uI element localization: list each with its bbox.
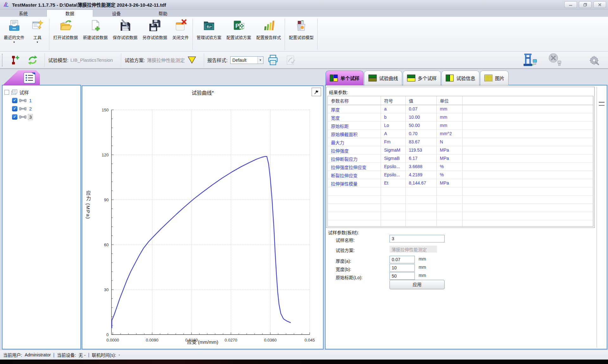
tab-single-specimen-icon	[330, 74, 338, 82]
toolbar-button-open-data[interactable]: 打开试验数据	[51, 18, 80, 51]
menu-item-2[interactable]: 数据	[47, 9, 93, 17]
tree-root-row[interactable]: 试样	[4, 88, 79, 96]
results-frame: 结果参数: 参数名称符号值单位厚度a0.07mm宽度b10.00mm原始标距Lo…	[326, 87, 595, 228]
toolbar-button-close-file[interactable]: 关闭文件	[170, 18, 191, 51]
collapsed-side-strip[interactable]	[597, 87, 606, 348]
toolbar-button-label: 配置试验方案	[226, 34, 251, 40]
model-config-icon	[295, 19, 307, 32]
machine-status-icon[interactable]	[522, 54, 538, 66]
svg-text:90: 90	[104, 198, 109, 202]
param-label: 原始标距(Lo):	[336, 274, 363, 280]
report-check-icon[interactable]	[284, 54, 297, 66]
param-input-3[interactable]	[390, 272, 415, 280]
specimen-checkbox[interactable]: ✓	[12, 98, 17, 103]
column-header[interactable]: 值	[406, 96, 437, 105]
device-disconnected-icon[interactable]	[547, 54, 563, 66]
specimen-checkbox[interactable]: ✓	[12, 106, 17, 111]
tree-item-specimen-1[interactable]: ✓1	[4, 96, 79, 104]
column-header[interactable]: 单位	[437, 96, 463, 105]
recent-files-icon	[8, 19, 21, 32]
tree-item-specimen-2[interactable]: ✓2	[4, 104, 79, 113]
specimen-name-input[interactable]	[390, 235, 445, 242]
scheme-value: 薄膜拉伸性能测定	[147, 57, 185, 63]
specimen-checkbox[interactable]: ✓	[12, 114, 17, 120]
tab-test-info[interactable]: 试验信息	[441, 71, 479, 85]
stress-strain-chart[interactable]: 03060901201500.00000.00900.01800.02700.0…	[82, 86, 323, 349]
result-row-a[interactable]: 厚度a0.07mm	[328, 105, 593, 113]
x-axis-label: 应变 (mm/mm)	[82, 338, 323, 345]
collapse-menu-icon[interactable]	[599, 102, 605, 106]
result-row-Fm[interactable]: 最大力Fm83.67N	[328, 138, 593, 146]
tab-label: 试验信息	[456, 75, 475, 81]
menu-item-3[interactable]: 设备	[93, 9, 140, 17]
result-cell: 4.2189	[406, 171, 437, 179]
tab-picture[interactable]: 图片	[480, 71, 509, 85]
apply-button[interactable]: 应用	[390, 280, 445, 289]
status-bar: 当前用户:Administrator|当前设备:无 -|联机时间(s):-	[0, 350, 608, 360]
root-checkbox[interactable]	[4, 90, 9, 95]
toolbar-button-new-data[interactable]: 新建试验数据	[80, 18, 110, 51]
column-header[interactable]: 符号	[381, 96, 406, 105]
minimize-button[interactable]	[564, 1, 577, 8]
result-cell: mm^2	[437, 130, 463, 138]
result-cell: mm	[437, 122, 463, 129]
empty-row	[328, 212, 593, 220]
toolbar-grip[interactable]	[2, 54, 3, 66]
filter-icon[interactable]	[186, 54, 198, 66]
param-input-2[interactable]	[390, 264, 415, 272]
status-label: 联机时间(s):	[92, 352, 116, 358]
close-button[interactable]	[593, 1, 606, 8]
result-cell: Fm	[381, 138, 406, 146]
add-specimen-icon[interactable]	[9, 54, 21, 66]
tab-test-curve[interactable]: 试验曲线	[364, 71, 402, 85]
scheme-name-value: 薄膜拉伸性能测定	[390, 246, 437, 253]
toolbar-button-model-config[interactable]: 配置试验模型	[286, 18, 316, 51]
status-label: 当前设备:	[57, 352, 76, 358]
model-value: LIB_PlasticsTension	[70, 57, 113, 63]
tab-single-specimen[interactable]: 单个试样	[326, 71, 364, 85]
toolbar-button-label: 工具	[33, 34, 41, 40]
result-cell: 拉伸弹性模量	[328, 179, 381, 187]
tab-multi-specimen[interactable]: 多个试样	[403, 71, 441, 85]
results-table[interactable]: 参数名称符号值单位厚度a0.07mm宽度b10.00mm原始标距Lo50.00m…	[327, 96, 593, 227]
column-header[interactable]: 参数名称	[328, 96, 381, 105]
menu-item-4[interactable]: 帮助	[140, 9, 186, 17]
main-toolbar: 最近的文件▼工具▼打开试验数据新建试验数据保存试验数据另存试验数据关闭文件管理试…	[0, 17, 608, 52]
result-row-SigmaM[interactable]: 拉伸强度SigmaM119.53MPa	[328, 146, 593, 154]
result-row-Epsilo...[interactable]: 拉伸强度拉伸应变Epsilo...3.6688%	[328, 163, 593, 171]
specimen-list-tab[interactable]	[3, 70, 40, 85]
toolbar-button-label: 另存试验数据	[142, 34, 167, 40]
param-input-1[interactable]	[390, 256, 415, 263]
close-file-icon	[174, 19, 187, 32]
toolbar-button-manage-scheme[interactable]: 管理试验方案	[194, 18, 224, 51]
result-cell: mm	[437, 113, 463, 121]
scheme-name-label: 试验方案:	[336, 247, 355, 253]
result-row-Lo[interactable]: 原始标距Lo50.00mm	[328, 122, 593, 130]
refresh-icon[interactable]	[26, 54, 39, 66]
result-row-b[interactable]: 宽度b10.00mm	[328, 113, 593, 122]
result-row-Epsilo...[interactable]: 断裂拉伸应变Epsilo...4.2189%	[328, 171, 593, 179]
tree-item-specimen-3[interactable]: ✓3	[4, 113, 79, 121]
menu-item-1[interactable]: 系统	[0, 9, 47, 17]
toolbar-button-tools[interactable]: 工具▼	[27, 18, 48, 51]
report-style-select[interactable]: Default▼	[230, 56, 263, 64]
toolbar-button-save-data[interactable]: 保存试验数据	[110, 18, 140, 51]
result-cell: Lo	[381, 122, 406, 129]
results-header-row: 参数名称符号值单位	[328, 96, 593, 105]
toolbar-button-label: 配置报告样式	[256, 34, 281, 40]
result-row-SigmaB[interactable]: 拉伸断裂应力SigmaB6.17MPa	[328, 154, 593, 163]
result-row-Et[interactable]: 拉伸弹性模量Et8,144.67MPa	[328, 179, 593, 187]
y-axis-label: 应力 (MPa)	[85, 191, 92, 219]
result-cell: 宽度	[328, 113, 381, 121]
toolbar-button-configure-scheme[interactable]: P配置试验方案	[224, 18, 254, 51]
result-cell: A	[381, 130, 406, 138]
specimen-dumbbell-icon	[19, 115, 27, 119]
param-label: 厚度(a):	[336, 258, 351, 264]
result-row-A[interactable]: 原始横截面积A0.70mm^2	[328, 130, 593, 138]
printer-icon[interactable]	[267, 54, 279, 66]
settings-gear-icon[interactable]	[588, 54, 600, 66]
restore-button[interactable]	[579, 1, 592, 8]
toolbar-button-report-style[interactable]: 配置报告样式	[254, 18, 283, 51]
toolbar-button-recent-files[interactable]: 最近的文件▼	[1, 18, 27, 51]
toolbar-button-save-as-data[interactable]: 另存试验数据	[140, 18, 170, 51]
